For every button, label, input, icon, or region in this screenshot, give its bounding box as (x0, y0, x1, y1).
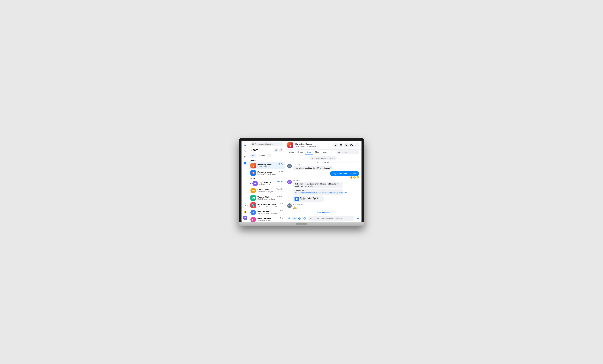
svg-point-13 (288, 218, 289, 219)
msg-content: Mark Martinson Hey, where can I find tha… (293, 164, 333, 170)
video-button[interactable] (349, 143, 354, 148)
file-icon (294, 197, 299, 201)
svg-point-2 (252, 143, 254, 145)
laptop-shell: W ? 🙂 U (239, 138, 364, 226)
help-icon[interactable]: ? (243, 203, 248, 208)
message-input[interactable] (308, 216, 354, 221)
filter-more-button[interactable]: ··· (267, 153, 271, 157)
chat-preview: Komal sent a GIF. (257, 166, 276, 168)
chat-main: 🔥 Marketing Team Closed Group · 20 membe… (285, 141, 361, 222)
file-info: Meeting Notes - Feb 12 Word Document on … (300, 197, 322, 201)
more-options-button[interactable] (355, 143, 359, 148)
msg-content-mark: Mark Martinson 🙏 (293, 203, 303, 210)
send-button[interactable] (355, 216, 360, 221)
phone-button[interactable] (344, 143, 349, 148)
settings-button[interactable] (274, 148, 278, 152)
chat-avatar: 🌎 (250, 202, 256, 208)
notifications-icon[interactable] (243, 155, 248, 160)
svg-point-14 (289, 218, 289, 219)
chat-name: Komal Challa (257, 189, 275, 191)
msg-bubble-own: Did you take some notes Zoe? (330, 171, 359, 176)
workplace-logo[interactable]: W (243, 142, 248, 148)
tab-chat[interactable]: Chat (305, 150, 313, 155)
chat-avatar: YM (250, 195, 256, 201)
chat-header-info: Marketing Team Closed Group · 20 members (295, 143, 332, 147)
chat-avatar: TH (252, 181, 258, 186)
svg-point-12 (289, 217, 290, 218)
chat-item-taylor-henry[interactable]: TH Taylor Henry I'll have a look! 9:32 A… (249, 180, 285, 187)
chat-time: Mon (280, 203, 283, 204)
filter-all[interactable]: All (250, 154, 256, 157)
message-group-mark-emoji: MM Mark Martinson 🙏 (287, 203, 359, 210)
sticker-button[interactable] (297, 216, 302, 221)
chat-info: Yusuke, Mark Mark: Thanks for sharing! (257, 196, 275, 200)
more-section-label: More (249, 176, 285, 180)
chat-header: 🔥 Marketing Team Closed Group · 20 membe… (285, 141, 361, 150)
chat-item-ineke-patterson[interactable]: IP Ineke Patterson Thanks so much Mon (249, 216, 285, 222)
chat-preview: Mark: Thanks for sharing! (257, 198, 275, 200)
chat-name: Ineke Patterson (257, 218, 279, 220)
file-sub: Word Document on Dropbox (300, 199, 322, 201)
svg-point-15 (289, 218, 290, 219)
chats-title: Chats (250, 148, 258, 152)
chat-item-marketing-leads[interactable]: 📢 Marketing Leads Komal: Wonderful, we c… (249, 169, 285, 176)
msg-avatar: ZS (287, 180, 292, 184)
file-attachment[interactable]: Meeting Notes - Feb 12 Word Document on … (293, 196, 324, 202)
compose-button[interactable] (279, 148, 283, 152)
chat-time: 9:32 AM (277, 181, 283, 183)
apps-button[interactable] (287, 216, 291, 221)
chat-list-scroll: Pinned 🔥 Marketing Team Komal sent a GIF… (249, 159, 285, 222)
notifications-button[interactable] (339, 143, 343, 148)
tab-posts[interactable]: Posts (296, 150, 305, 155)
chat-nav: About Posts Chat Files More (285, 150, 361, 155)
tab-about[interactable]: About (287, 150, 296, 155)
chat-preview: I'll have a look! (259, 184, 276, 186)
new-messages-divider: 2 new messages (287, 211, 359, 213)
msg-bubble-emoji: 🙏 (293, 205, 297, 210)
new-messages-label: 2 new messages (317, 211, 330, 213)
emoji-icon[interactable]: 🙂 (243, 210, 248, 214)
attach-button[interactable] (302, 216, 307, 221)
chat-preview: You: Yeah, I'll let you know when we... (257, 191, 275, 193)
system-message: Thanks for joining everyone! (310, 156, 336, 160)
chat-name: North America Sales Team (257, 203, 279, 205)
app-container: W ? 🙂 U (242, 141, 361, 222)
gif-button[interactable]: GIF (292, 217, 297, 220)
user-avatar[interactable]: U (243, 216, 247, 220)
msg-avatar: MM (287, 203, 292, 208)
svg-point-8 (358, 145, 358, 145)
unread-dot (250, 183, 251, 184)
reaction-icon: 👍 (350, 176, 353, 179)
chat-name: Taylor Henry (259, 181, 276, 184)
message-group-zoe: ZS Zoé Sinner It should be in the team s… (287, 180, 359, 202)
chat-avatar: 📢 (250, 170, 256, 176)
chat-nav-icon[interactable] (243, 161, 248, 166)
tab-more[interactable]: More (321, 150, 330, 155)
svg-point-3 (276, 150, 276, 150)
msg-sender: Mark Martinson (293, 203, 303, 205)
dropbox-link[interactable]: dropbox.com/sh/7keo145sfequjkrds/QAD1Llj… (295, 192, 347, 194)
search-input[interactable] (255, 143, 281, 145)
filter-unread[interactable]: Unread (257, 154, 267, 157)
chat-name: Marketing Team (257, 164, 276, 166)
chat-item-paul-andrews[interactable]: PA Paul Andrews You: I think Taylor was … (249, 209, 285, 216)
chat-item-komal-challa[interactable]: KC Komal Challa You: Yeah, I'll let you … (249, 187, 285, 194)
reaction-icon: 😊 (357, 176, 359, 179)
chat-search-input[interactable] (341, 151, 358, 153)
home-icon[interactable] (243, 149, 248, 154)
msg-sender: Mark Martinson (293, 164, 333, 166)
message-group-own: Did you take some notes Zoe? 👍 😊 😊 (287, 171, 359, 179)
chat-time: Yesterday (276, 188, 283, 190)
svg-point-6 (356, 145, 356, 145)
chat-item-marketing-team[interactable]: 🔥 Marketing Team Komal sent a GIF. 9:54 … (249, 162, 285, 169)
svg-point-9 (338, 152, 340, 153)
svg-point-11 (289, 217, 289, 218)
input-actions: GIF (287, 216, 307, 221)
chat-name: Marketing Leads (257, 171, 276, 173)
search-icon (252, 143, 254, 145)
complete-button[interactable] (333, 143, 338, 148)
chat-item-yusuke-mark[interactable]: YM Yusuke, Mark Mark: Thanks for sharing… (249, 194, 285, 201)
tab-files[interactable]: Files (313, 150, 321, 155)
online-indicator (246, 219, 247, 220)
chat-item-north-america[interactable]: 🌎 North America Sales Team Vivienne: Tha… (249, 201, 285, 209)
